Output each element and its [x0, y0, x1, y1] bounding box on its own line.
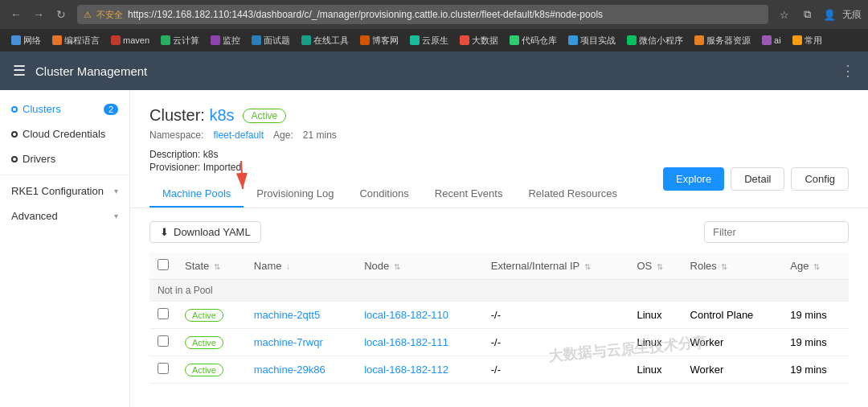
bookmark-项目实战[interactable]: 项目实战: [563, 33, 620, 48]
top-nav-menu-button[interactable]: ⋮: [841, 62, 855, 80]
sidebar-item-rke1[interactable]: RKE1 Configuration ▾: [0, 179, 129, 204]
config-button[interactable]: Config: [791, 167, 849, 191]
description-value: k8s: [203, 149, 219, 160]
row1-node-link[interactable]: local-168-182-111: [364, 336, 448, 348]
row1-checkbox[interactable]: [158, 335, 169, 347]
data-table: State ⇅ Name ↓ Node ⇅: [149, 253, 849, 384]
bookmark-网络[interactable]: 网络: [6, 33, 46, 48]
lock-icon: ⚠: [84, 10, 92, 20]
os-column-header[interactable]: OS ⇅: [628, 253, 682, 280]
clusters-dot-icon: [11, 106, 18, 113]
group-label: Not in a Pool: [149, 280, 849, 302]
tab-machine-pools[interactable]: Machine Pools: [149, 181, 244, 208]
table-row: Active machine-7rwqr local-168-182-111 -…: [149, 329, 849, 356]
insecure-label: 不安全: [96, 9, 123, 21]
bookmark-ai[interactable]: ai: [757, 34, 786, 47]
roles-sort-icon: ⇅: [721, 262, 727, 271]
row2-checkbox[interactable]: [158, 363, 169, 374]
download-label: Download YAML: [174, 226, 251, 238]
row0-age: 19 mins: [782, 302, 849, 329]
tab-provisioning-log[interactable]: Provisioning Log: [244, 181, 346, 208]
state-column-header[interactable]: State ⇅: [177, 253, 246, 280]
sidebar-clusters-label: Clusters: [23, 103, 61, 115]
bookmark-常用[interactable]: 常用: [788, 33, 827, 48]
sidebar-item-advanced[interactable]: Advanced ▾: [0, 204, 129, 228]
window-button[interactable]: ⧉: [797, 5, 817, 24]
sidebar-item-drivers[interactable]: Drivers: [0, 146, 129, 171]
row1-os: Linux: [628, 329, 682, 356]
bookmark-监控[interactable]: 监控: [206, 33, 245, 48]
forward-button[interactable]: →: [29, 5, 48, 24]
row2-checkbox-cell: [149, 356, 177, 384]
row2-ip: -/-: [483, 356, 629, 384]
row2-os: Linux: [628, 356, 682, 384]
row2-state: Active: [177, 356, 246, 384]
clusters-badge: 2: [104, 104, 118, 115]
row2-name-link[interactable]: machine-29k86: [254, 364, 326, 376]
filter-input[interactable]: [704, 221, 849, 243]
row1-checkbox-cell: [149, 329, 177, 356]
bookmark-在线工具[interactable]: 在线工具: [297, 33, 354, 48]
provisioner-label: Provisioner:: [149, 162, 203, 173]
cluster-title-prefix: Cluster:: [149, 106, 209, 124]
bookmark-面试题[interactable]: 面试题: [247, 33, 295, 48]
detail-button[interactable]: Detail: [731, 167, 784, 191]
bookmark-云原生[interactable]: 云原生: [405, 33, 453, 48]
star-button[interactable]: ☆: [775, 5, 794, 24]
bookmark-代码仓库[interactable]: 代码仓库: [505, 33, 562, 48]
back-button[interactable]: ←: [6, 5, 26, 24]
row0-name-link[interactable]: machine-2qtt5: [254, 309, 320, 321]
refresh-button[interactable]: ↻: [51, 5, 71, 24]
sidebar: Clusters 2 Cloud Credentials Drivers RKE…: [0, 90, 130, 407]
cloud-credentials-dot-icon: [11, 131, 18, 138]
table-header-row: State ⇅ Name ↓ Node ⇅: [149, 253, 849, 280]
ip-sort-icon: ⇅: [584, 262, 591, 271]
tab-recent-events[interactable]: Recent Events: [422, 181, 516, 208]
bookmark-博客网[interactable]: 博客网: [355, 33, 403, 48]
bookmark-微信小程序[interactable]: 微信小程序: [622, 33, 688, 48]
row1-name-link[interactable]: machine-7rwqr: [254, 336, 323, 348]
row1-age: 19 mins: [782, 329, 849, 356]
bookmark-服务器资源[interactable]: 服务器资源: [690, 33, 755, 48]
state-header-label: State: [185, 260, 209, 272]
user-label: 无痕: [842, 8, 862, 22]
node-sort-icon: ⇅: [394, 262, 400, 271]
bookmark-大数据[interactable]: 大数据: [455, 33, 503, 48]
bookmark-maven[interactable]: maven: [106, 34, 154, 47]
name-column-header[interactable]: Name ↓: [246, 253, 356, 280]
explore-button[interactable]: Explore: [663, 167, 724, 191]
row2-status-badge: Active: [185, 364, 223, 376]
sidebar-item-clusters[interactable]: Clusters 2: [0, 97, 129, 121]
namespace-link[interactable]: fleet-default: [213, 130, 264, 141]
age-value: 21 mins: [303, 130, 337, 141]
browser-chrome: ← → ↻ ⚠ 不安全 https://192.168.182.110:1443…: [0, 0, 868, 29]
cluster-title: Cluster: k8s: [149, 106, 235, 125]
sidebar-cloud-credentials-label: Cloud Credentials: [23, 128, 105, 140]
app: ☰ Cluster Management ⋮ Clusters 2 Cloud …: [0, 51, 868, 407]
age-column-header[interactable]: Age ⇅: [782, 253, 849, 280]
tab-conditions[interactable]: Conditions: [346, 181, 421, 208]
select-all-checkbox[interactable]: [158, 259, 169, 270]
roles-column-header[interactable]: Roles ⇅: [682, 253, 783, 280]
row0-node: local-168-182-110: [356, 302, 483, 329]
hamburger-button[interactable]: ☰: [13, 62, 26, 80]
cluster-status-badge: Active: [243, 109, 287, 123]
download-yaml-button[interactable]: ⬇ Download YAML: [149, 221, 261, 243]
ip-header-label: External/Internal IP: [491, 260, 579, 272]
address-bar[interactable]: ⚠ 不安全 https://192.168.182.110:1443/dashb…: [77, 5, 768, 24]
table-row: Active machine-2qtt5 local-168-182-110 -…: [149, 302, 849, 329]
bookmark-编程语言[interactable]: 编程语言: [47, 33, 104, 48]
sidebar-divider: [0, 175, 129, 175]
row2-node-link[interactable]: local-168-182-112: [364, 364, 448, 376]
row0-checkbox[interactable]: [158, 308, 169, 319]
row1-roles: Worker: [682, 329, 783, 356]
browser-actions: ☆ ⧉ 👤 无痕: [775, 5, 862, 24]
row0-status-badge: Active: [185, 309, 223, 322]
tab-related-resources[interactable]: Related Resources: [515, 181, 630, 208]
node-column-header[interactable]: Node ⇅: [356, 253, 483, 280]
bookmark-云计算[interactable]: 云计算: [156, 33, 204, 48]
ip-column-header[interactable]: External/Internal IP ⇅: [483, 253, 629, 280]
sidebar-item-cloud-credentials[interactable]: Cloud Credentials: [0, 121, 129, 146]
user-button[interactable]: 👤: [820, 5, 839, 24]
row0-node-link[interactable]: local-168-182-110: [364, 309, 448, 321]
